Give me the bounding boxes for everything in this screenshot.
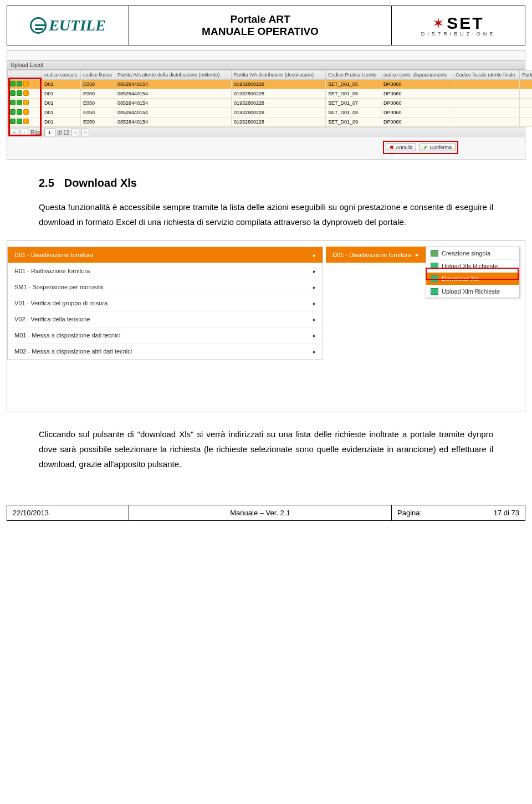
cell-piva-dest: 01932800228 xyxy=(232,80,326,89)
cell-piva-end xyxy=(520,89,533,99)
page-header: EUTILE Portale ART MANUALE OPERATIVO ✶ S… xyxy=(7,6,525,45)
confirm-button[interactable]: ✔ Conferma xyxy=(420,144,456,151)
submenu-item-label: Download Xls xyxy=(442,275,479,282)
submenu-item-label: Upload Xls Richieste xyxy=(442,263,498,269)
cell-piva-end xyxy=(520,108,533,117)
eutile-e-icon xyxy=(30,17,47,34)
set-logo: ✶ SET DISTRIBUZIONE xyxy=(421,15,496,37)
submenu-item-label: Upload Xlm Richieste xyxy=(442,288,500,295)
menu-item[interactable]: V01 - Verifica del gruppo di misura▸ xyxy=(8,295,323,311)
menu-item-label: SM1 - Sospensione per morosità xyxy=(14,284,103,290)
section-heading: 2.5Download Xls xyxy=(39,177,493,190)
section-content: 2.5Download Xls Questa funzionalità è ac… xyxy=(39,177,493,229)
col-cf-finale[interactable]: Codice fiscale utente finale xyxy=(453,70,520,80)
grid-row[interactable]: D01E0500852644015401932800228SET_D01_06D… xyxy=(8,89,533,99)
submenu-item-label: Creazione singola xyxy=(442,250,490,257)
chevron-right-icon: ▸ xyxy=(313,332,316,339)
excel-icon xyxy=(431,275,438,282)
cell-flusso: E050 xyxy=(81,117,115,127)
pager-next-button[interactable]: › xyxy=(71,129,79,136)
eutile-text: EUTILE xyxy=(49,17,106,34)
menu-item[interactable]: M01 - Messa a disposizione dati tecnici▸ xyxy=(8,327,323,344)
flyout-trigger-label: D01 - Disattivazione fornitura xyxy=(332,252,411,258)
screenshot-menu: D01 - Disattivazione fornitura ▸ R01 - R… xyxy=(7,240,525,412)
status-icon xyxy=(17,81,22,86)
cell-causale: D01 xyxy=(42,80,81,89)
cell-causale: D01 xyxy=(42,117,81,127)
chevron-right-icon: ▸ xyxy=(416,251,419,258)
grid-row[interactable]: D01E0500852644015401932800228SET_D01_05D… xyxy=(8,80,533,89)
pager-first-button[interactable]: « xyxy=(11,129,18,136)
chevron-right-icon: ▸ xyxy=(313,300,316,306)
cell-pratica: SET_D01_07 xyxy=(326,99,381,108)
menu-item[interactable]: V02 - Verifica della tensione▸ xyxy=(8,311,323,327)
row-icons-cell[interactable] xyxy=(8,117,42,127)
footer-page-value: 17 di 73 xyxy=(494,509,519,517)
status-icon xyxy=(23,119,29,124)
status-icon xyxy=(23,81,29,86)
grid-row[interactable]: D01E0500852644015401932800228SET_D01_07D… xyxy=(8,99,533,108)
row-icons-cell[interactable] xyxy=(8,108,42,117)
menu-item[interactable]: SM1 - Sospensione per morosità▸ xyxy=(8,279,323,295)
cell-flusso: E050 xyxy=(81,89,115,99)
grid-header-row: codice causale codice flusso Partita IVA… xyxy=(8,70,533,80)
pager-last-button[interactable]: » xyxy=(81,129,89,136)
col-piva-mittente[interactable]: Partita IVA utente della distribuzione (… xyxy=(115,70,232,80)
menu-item[interactable]: M02 - Messa a disposizione altri dati te… xyxy=(8,344,323,360)
page-footer: 22/10/2013 Manuale – Ver. 2.1 Pagina: 17… xyxy=(7,505,525,521)
grid-pager: « ‹ Riga di 12 › » xyxy=(7,127,525,137)
col-piva-end[interactable]: Partita IVA xyxy=(520,70,533,80)
pager-riga-total: di 12 xyxy=(58,130,70,136)
excel-icon xyxy=(431,263,438,269)
footer-manual: Manuale – Ver. 2.1 xyxy=(129,505,392,520)
cell-piva-mitt: 08526440154 xyxy=(115,117,232,127)
col-dispacc[interactable]: codice contr. dispacciamento xyxy=(381,70,453,80)
cancel-button[interactable]: ✖ Annulla xyxy=(386,144,416,151)
submenu-item[interactable]: Upload Xlm Richieste xyxy=(426,285,519,298)
chevron-right-icon: ▸ xyxy=(313,316,316,322)
row-icons-cell[interactable] xyxy=(8,99,42,108)
flyout-trigger-d01[interactable]: D01 - Disattivazione fornitura ▸ xyxy=(326,247,426,263)
menu-item-d01[interactable]: D01 - Disattivazione fornitura ▸ xyxy=(8,247,323,263)
data-grid: codice causale codice flusso Partita IVA… xyxy=(7,70,532,127)
cell-flusso: E050 xyxy=(81,99,115,108)
cell-pratica: SET_D01_05 xyxy=(326,80,381,89)
upload-excel-label: Upload Excel xyxy=(7,60,525,70)
section-title: Download Xls xyxy=(64,177,137,189)
cancel-icon: ✖ xyxy=(390,145,394,150)
pager-riga-label: Riga xyxy=(30,130,42,136)
footer-date: 22/10/2013 xyxy=(7,505,129,520)
submenu-download-xls[interactable]: Download Xls xyxy=(426,273,519,285)
menu-item[interactable]: R01 - Riattivazione fornitura▸ xyxy=(8,263,323,279)
section-paragraph-1: Questa funzionalità è accessibile sempre… xyxy=(39,199,493,229)
cell-piva-end xyxy=(520,117,533,127)
cell-cf xyxy=(453,89,520,99)
pager-prev-button[interactable]: ‹ xyxy=(21,129,28,136)
pager-riga-input[interactable] xyxy=(44,129,55,136)
cell-piva-dest: 01932800228 xyxy=(232,89,326,99)
chevron-right-icon: ▸ xyxy=(313,268,316,274)
logo-left: EUTILE xyxy=(7,6,129,45)
col-causale[interactable]: codice causale xyxy=(42,70,81,80)
status-icon xyxy=(23,90,29,96)
cell-dispacc: DP0060 xyxy=(381,89,453,99)
col-pratica[interactable]: Codice Pratica Utente xyxy=(326,70,381,80)
grid-row[interactable]: D01E0500852644015401932800228SET_D01_08D… xyxy=(8,108,533,117)
col-icons xyxy=(8,70,42,80)
grid-row[interactable]: D01E0500852644015401932800228SET_D01_09D… xyxy=(8,117,533,127)
cell-cf xyxy=(453,117,520,127)
col-piva-dest[interactable]: Partita IVA distributore (destinatario) xyxy=(232,70,326,80)
cell-piva-mitt: 08526440154 xyxy=(115,89,232,99)
cell-flusso: E050 xyxy=(81,80,115,89)
col-flusso[interactable]: codice flusso xyxy=(81,70,115,80)
toolbar-spacer xyxy=(7,50,525,60)
cell-causale: D01 xyxy=(42,99,81,108)
excel-icon xyxy=(431,250,438,257)
status-icon xyxy=(17,109,22,115)
confirm-icon: ✔ xyxy=(423,145,428,150)
status-icon xyxy=(17,100,22,105)
submenu-item[interactable]: Creazione singola xyxy=(426,247,519,260)
submenu-item[interactable]: Upload Xls Richieste xyxy=(426,260,519,273)
row-icons-cell[interactable] xyxy=(8,80,42,89)
row-icons-cell[interactable] xyxy=(8,89,42,99)
